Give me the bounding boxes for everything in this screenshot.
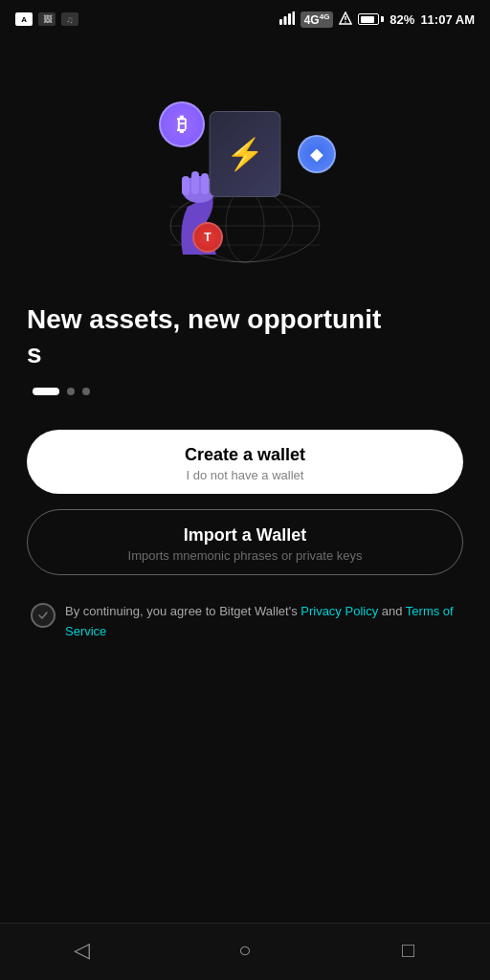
import-wallet-button[interactable]: Import a Wallet Imports mnemonic phrases…	[27, 509, 463, 575]
back-nav-button[interactable]: ◁	[60, 929, 102, 971]
create-wallet-label: Create a wallet	[185, 445, 305, 465]
lightning-icon: ⚡	[226, 136, 264, 172]
create-wallet-button[interactable]: Create a wallet I do not have a wallet	[27, 430, 463, 494]
import-wallet-sublabel: Imports mnemonic phrases or private keys	[128, 548, 363, 563]
main-content: ⚡ ₿ ◆ T New assets, new opportunit s Cre…	[0, 34, 490, 923]
home-icon: ○	[238, 938, 251, 963]
svg-rect-2	[288, 13, 291, 25]
status-bar: A 🖼 ♫ 4G4G	[0, 0, 490, 34]
dot-3	[82, 388, 90, 395]
svg-rect-3	[292, 11, 295, 25]
clock: 11:07 AM	[420, 12, 475, 27]
eth-bubble: ◆	[298, 135, 336, 173]
dot-1	[33, 388, 59, 395]
signal-icon	[279, 11, 295, 27]
bottom-nav: ◁ ○ □	[0, 923, 490, 980]
check-icon	[37, 610, 49, 621]
back-icon: ◁	[74, 938, 90, 963]
terms-row: By continuing, you agree to Bitget Walle…	[27, 602, 463, 642]
svg-rect-1	[283, 16, 286, 25]
illustration: ⚡ ₿ ◆ T	[140, 82, 350, 274]
status-right-info: 4G4G 82% 11:07 AM	[279, 11, 475, 28]
recents-nav-button[interactable]: □	[388, 929, 430, 971]
dot-2	[67, 388, 75, 395]
bitcoin-bubble: ₿	[159, 101, 205, 147]
app-icon-1: A	[15, 12, 33, 26]
app-icon-2: 🖼	[38, 12, 56, 26]
status-left-icons: A 🖼 ♫	[15, 12, 78, 26]
svg-rect-15	[191, 171, 199, 194]
svg-point-6	[345, 21, 347, 23]
recents-icon: □	[402, 938, 414, 963]
svg-rect-14	[182, 176, 189, 195]
app-icon-3: ♫	[61, 12, 78, 26]
network-signal-extra	[339, 11, 352, 27]
battery-percent: 82%	[390, 12, 414, 27]
create-wallet-sublabel: I do not have a wallet	[187, 468, 304, 482]
agree-checkbox[interactable]	[31, 603, 56, 628]
battery-icon	[358, 13, 384, 25]
network-type: 4G4G	[301, 11, 334, 28]
tron-bubble: T	[192, 222, 223, 253]
signal-bars	[279, 15, 295, 27]
wallet-card: ⚡	[210, 111, 281, 197]
svg-rect-16	[201, 173, 209, 194]
privacy-policy-link[interactable]: Privacy Policy	[301, 604, 378, 618]
svg-rect-0	[279, 19, 282, 25]
home-nav-button[interactable]: ○	[224, 929, 266, 971]
pagination-dots	[33, 388, 90, 395]
main-heading: New assets, new opportunit s	[27, 302, 463, 372]
import-wallet-label: Import a Wallet	[184, 525, 306, 546]
terms-agreement-text: By continuing, you agree to Bitget Walle…	[65, 602, 459, 642]
